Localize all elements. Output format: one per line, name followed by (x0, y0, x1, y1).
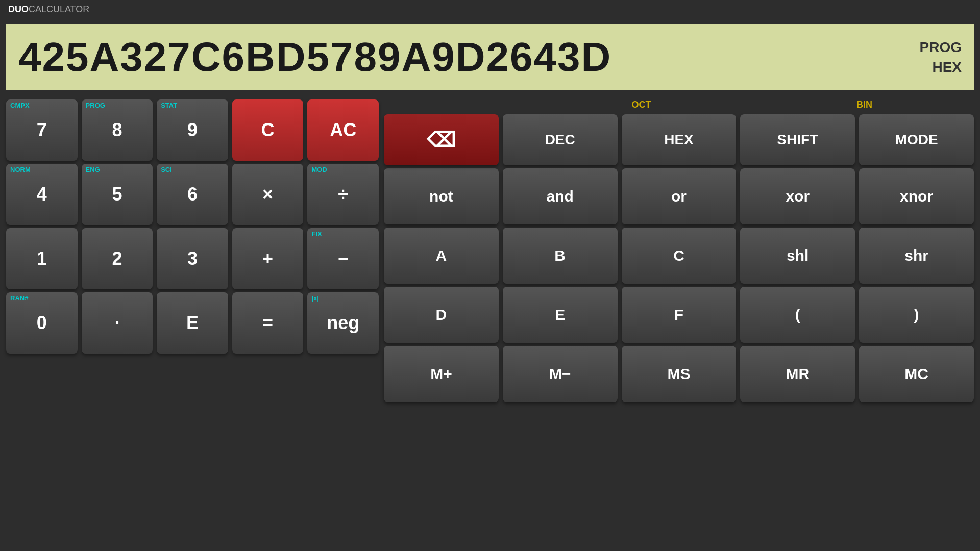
calc-body: CMPX 7 PROG 8 STAT 9 C AC NORM 4 (0, 95, 980, 551)
btn-ms[interactable]: MS (622, 346, 737, 402)
btn-D[interactable]: D (384, 287, 499, 343)
row2: NORM 4 ENG 5 SCI 6 × MOD ÷ (6, 164, 379, 225)
btn-equals[interactable]: = (232, 292, 304, 354)
display-area: 425A327C6BD5789A9D2643D PROG HEX (6, 24, 974, 90)
btn-4[interactable]: NORM 4 (6, 164, 78, 225)
btn-exp[interactable]: E (157, 292, 228, 354)
btn-1[interactable]: 1 (6, 228, 78, 289)
btn-7-sublabel: CMPX (10, 102, 30, 109)
btn-xnor[interactable]: xnor (859, 168, 974, 224)
btn-and[interactable]: and (503, 168, 618, 224)
btn-mr[interactable]: MR (740, 346, 855, 402)
btn-mc[interactable]: MC (859, 346, 974, 402)
logic-row3: D E F ( ) (384, 287, 974, 343)
btn-C[interactable]: C (622, 228, 737, 284)
display-mode: PROG HEX (920, 37, 962, 77)
btn-hex[interactable]: HEX (622, 114, 737, 165)
btn-9[interactable]: STAT 9 (157, 99, 228, 161)
btn-neg[interactable]: |x| neg (307, 292, 379, 354)
right-section: OCT BIN ⌫ DEC HEX SHIFT MODE not and or … (384, 99, 974, 545)
app: DUO CALCULATOR 425A327C6BD5789A9D2643D P… (0, 0, 980, 551)
logic-row4: M+ M− MS MR MC (384, 346, 974, 402)
btn-not[interactable]: not (384, 168, 499, 224)
btn-add[interactable]: + (232, 228, 304, 289)
btn-5[interactable]: ENG 5 (82, 164, 153, 225)
btn-4-sublabel: NORM (10, 166, 31, 173)
row3: 1 2 3 + FIX − (6, 228, 379, 289)
btn-6-sublabel: SCI (161, 166, 172, 173)
btn-A[interactable]: A (384, 228, 499, 284)
btn-xor[interactable]: xor (740, 168, 855, 224)
btn-0[interactable]: RAN# 0 (6, 292, 78, 354)
row4: RAN# 0 · E = |x| neg (6, 292, 379, 354)
btn-2[interactable]: 2 (82, 228, 153, 289)
title-bar: DUO CALCULATOR (0, 0, 980, 19)
left-section: CMPX 7 PROG 8 STAT 9 C AC NORM 4 (6, 99, 379, 545)
btn-divide[interactable]: MOD ÷ (307, 164, 379, 225)
btn-neg-sublabel: |x| (311, 294, 319, 302)
btn-shift[interactable]: SHIFT (740, 114, 855, 165)
btn-multiply[interactable]: × (232, 164, 304, 225)
btn-E[interactable]: E (503, 287, 618, 343)
btn-shl[interactable]: shl (740, 228, 855, 284)
btn-or[interactable]: or (622, 168, 737, 224)
btn-3[interactable]: 3 (157, 228, 228, 289)
btn-8[interactable]: PROG 8 (82, 99, 153, 161)
btn-dot[interactable]: · (82, 292, 153, 354)
btn-mode[interactable]: MODE (859, 114, 974, 165)
btn-divide-sublabel: MOD (311, 166, 327, 173)
display-mode-line1: PROG (920, 37, 962, 57)
btn-c[interactable]: C (232, 99, 304, 161)
btn-subtract[interactable]: FIX − (307, 228, 379, 289)
display-value: 425A327C6BD5789A9D2643D (18, 34, 611, 81)
btn-m-plus[interactable]: M+ (384, 346, 499, 402)
app-title-calculator: CALCULATOR (29, 4, 89, 15)
btn-0-sublabel: RAN# (10, 294, 28, 302)
btn-open-paren[interactable]: ( (740, 287, 855, 343)
display-mode-line2: HEX (920, 57, 962, 77)
row1: CMPX 7 PROG 8 STAT 9 C AC (6, 99, 379, 161)
oct-label: OCT (532, 99, 751, 112)
btn-dec[interactable]: DEC (503, 114, 618, 165)
logic-row2: A B C shl shr (384, 228, 974, 284)
bin-label: BIN (755, 99, 974, 112)
btn-8-sublabel: PROG (86, 102, 105, 109)
btn-shr[interactable]: shr (859, 228, 974, 284)
btn-5-sublabel: ENG (86, 166, 100, 173)
logic-row1: not and or xor xnor (384, 168, 974, 224)
btn-9-sublabel: STAT (161, 102, 177, 109)
btn-backspace[interactable]: ⌫ (384, 114, 499, 165)
btn-close-paren[interactable]: ) (859, 287, 974, 343)
btn-6[interactable]: SCI 6 (157, 164, 228, 225)
btn-F[interactable]: F (622, 287, 737, 343)
btn-m-minus[interactable]: M− (503, 346, 618, 402)
app-title-duo: DUO (8, 4, 29, 15)
btn-subtract-sublabel: FIX (311, 230, 322, 238)
btn-7[interactable]: CMPX 7 (6, 99, 78, 161)
btn-ac[interactable]: AC (307, 99, 379, 161)
btn-B[interactable]: B (503, 228, 618, 284)
